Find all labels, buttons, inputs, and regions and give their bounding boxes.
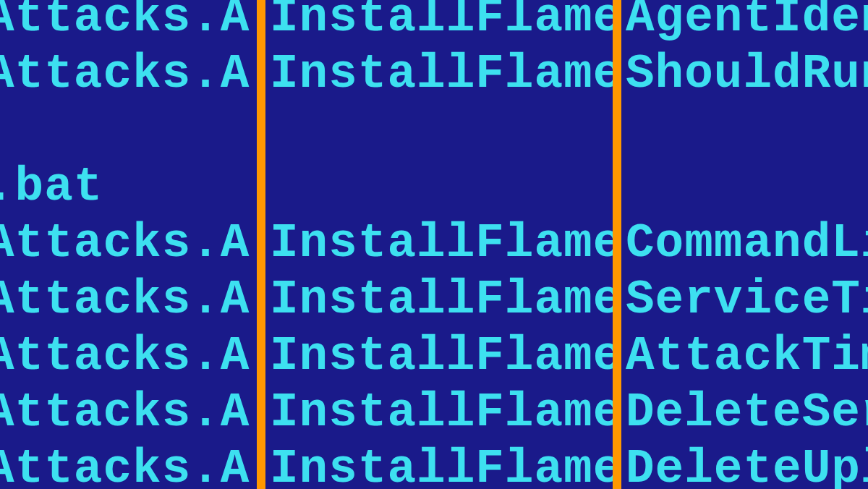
cell-text: .bat [0, 159, 257, 216]
cell-text: Attacks.A [0, 328, 257, 385]
terminal-output: Attacks.A Attacks.A .bat Attacks.A Attac… [0, 0, 868, 489]
column-divider [257, 0, 265, 489]
cell-text: Attacks.A [0, 46, 257, 103]
column-divider [613, 0, 621, 489]
cell-text: Attacks.A [0, 385, 257, 441]
cell-text: Attacks.A [0, 216, 257, 272]
cell-text: InstallFlame [270, 272, 613, 328]
column-member: AgentIdent ShouldRunC CommandLin Service… [621, 0, 868, 489]
cell-text: InstallFlame [270, 46, 613, 103]
cell-text: InstallFlame [270, 328, 613, 385]
cell-text: AgentIdent [626, 0, 868, 46]
cell-text: ServiceTim [626, 272, 868, 328]
cell-blank [626, 103, 868, 159]
cell-text: CommandLin [626, 216, 868, 272]
column-namespace: Attacks.A Attacks.A .bat Attacks.A Attac… [0, 0, 257, 489]
cell-text: DeleteServ [626, 385, 868, 441]
cell-text: InstallFlame [270, 0, 613, 46]
cell-text: InstallFlame [270, 385, 613, 441]
cell-text: Attacks.A [0, 272, 257, 328]
cell-text: AttackTime [626, 328, 868, 385]
cell-blank [626, 159, 868, 216]
cell-text: ShouldRunC [626, 46, 868, 103]
column-module: InstallFlame InstallFlame InstallFlame I… [265, 0, 613, 489]
cell-text: Attacks.A [0, 441, 257, 489]
cell-blank [270, 103, 613, 159]
cell-text: DeleteUpl [626, 441, 868, 489]
cell-blank [270, 159, 613, 216]
cell-text: InstallFlame [270, 441, 613, 489]
cell-blank [0, 103, 257, 159]
cell-text: InstallFlame [270, 216, 613, 272]
cell-text: Attacks.A [0, 0, 257, 46]
